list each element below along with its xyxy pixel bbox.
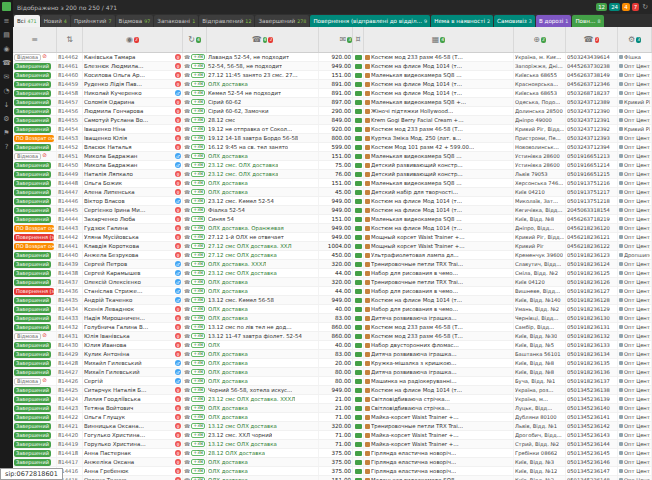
comment-column-header[interactable]: ☎42 (207, 27, 319, 52)
status-badge[interactable]: Завершений (14, 423, 51, 430)
status-badge[interactable]: Відмова (14, 153, 41, 160)
status-badge[interactable]: ПО Возврат ож. (14, 225, 54, 232)
call-back-button[interactable]: +ЗВ (191, 144, 205, 150)
status-badge[interactable]: Завершений (14, 126, 51, 133)
call-back-button[interactable]: +ЗВ (191, 423, 205, 429)
settings-icon[interactable]: ⚙ (3, 116, 9, 123)
table-row[interactable]: Відмова⊘814462Канівська Тамара♀☎+ЗВЛаван… (13, 53, 652, 62)
status-badge[interactable]: Завершений (14, 396, 51, 403)
table-row[interactable]: Завершений814433Надія Мирошничен…♀☎+ЗВОЛ… (13, 314, 652, 323)
tab-10[interactable]: Самовивіз3 (494, 15, 535, 27)
export-icon[interactable]: ↓ (4, 102, 10, 109)
status-badge[interactable]: Відмова (14, 378, 41, 385)
payment-column-header[interactable]: ¤ (353, 27, 364, 52)
call-back-button[interactable]: +ЗВ (191, 324, 205, 330)
tab-7[interactable]: Завершений278 (255, 15, 309, 27)
status-badge[interactable]: Завершений (14, 459, 51, 466)
call-back-button[interactable]: +ЗВ (191, 342, 205, 348)
call-back-button[interactable]: +ЗВ (191, 459, 205, 465)
status-badge[interactable]: Завершений (14, 252, 51, 259)
call-back-button[interactable]: +ЗВ (191, 279, 205, 285)
status-badge[interactable]: Завершений (14, 162, 51, 169)
call-back-button[interactable]: +ЗВ (191, 297, 205, 303)
call-back-button[interactable]: +ЗВ (191, 225, 205, 231)
table-row[interactable]: ПО Возврат ож.814453Іващенко Юлія♀☎+ЗВ19… (13, 134, 652, 143)
call-back-button[interactable]: +ЗВ (191, 198, 205, 204)
price-column-header[interactable]: ✉3 (319, 27, 353, 52)
counter-chip[interactable]: 12 (596, 3, 607, 11)
status-badge[interactable]: Завершений (14, 108, 51, 115)
product-column-header[interactable]: ▦4 (364, 27, 514, 52)
status-badge[interactable]: Повернення (з… (14, 288, 54, 295)
table-row[interactable]: Завершений814440Анжела Безрукова♀☎+ЗВ27.… (13, 251, 652, 260)
table-row[interactable]: Завершений814449Наталія Ляпкало♀☎+ЗВ23.1… (13, 170, 652, 179)
mail-icon[interactable]: ✉ (4, 74, 10, 81)
status-badge[interactable]: Завершений (14, 360, 51, 367)
table-row[interactable]: Завершений814438Сергей Карамышев♂☎+ЗВ23.… (13, 269, 652, 278)
call-back-button[interactable]: +ЗВ (191, 108, 205, 114)
call-back-button[interactable]: +ЗВ (191, 441, 205, 447)
call-back-button[interactable]: +ЗВ (191, 180, 205, 186)
call-back-button[interactable]: +ЗВ (191, 126, 205, 132)
status-badge[interactable]: Завершений (14, 279, 51, 286)
table-row[interactable]: Завершений814459Руденко Лідія Пав…♀☎+ЗВО… (13, 80, 652, 89)
call-back-button[interactable]: +ЗВ (191, 261, 205, 267)
table-row[interactable]: Завершений814421Винницька Оксана…♀☎+ЗВ13… (13, 422, 652, 431)
table-row[interactable]: Відмова⊘814451Микола Бадражан♂☎+ЗВОЛХ до… (13, 152, 652, 161)
orders-icon[interactable]: ▤ (3, 32, 10, 39)
call-back-button[interactable]: +ЗВ (191, 117, 205, 123)
status-badge[interactable]: Завершений (14, 189, 51, 196)
tab-2[interactable]: Новий4 (41, 15, 70, 27)
tab-5[interactable]: Запаковані1 (154, 15, 198, 27)
status-badge[interactable]: Завершений (14, 306, 51, 313)
call-back-button[interactable]: +ЗВ (191, 162, 205, 168)
call-back-button[interactable]: +ЗВ (191, 189, 205, 195)
status-badge[interactable]: Завершений (14, 450, 51, 457)
help-icon[interactable]: ? (5, 144, 9, 151)
table-row[interactable]: Завершений814455Самотуй Руслана Во…♀☎+ЗВ… (13, 116, 652, 125)
table-row[interactable]: Завершений814460Косилова Ольга Ар…♀☎+ЗВ2… (13, 71, 652, 80)
status-badge[interactable]: Завершений (14, 117, 51, 124)
call-back-button[interactable]: +ЗВ (191, 234, 205, 240)
calls-icon[interactable]: ☎ (2, 60, 11, 67)
table-row[interactable]: Завершений814415Оксана Ткачук♀☎+ЗВОЛХ до… (13, 476, 652, 480)
call-back-button[interactable]: +ЗВ (191, 306, 205, 312)
call-back-button[interactable]: +ЗВ (191, 333, 205, 339)
tab-4[interactable]: Відмова97 (116, 15, 154, 27)
status-badge[interactable]: Завершений (14, 72, 51, 79)
call-back-button[interactable]: +ЗВ (191, 288, 205, 294)
call-back-button[interactable]: +ЗВ (191, 468, 205, 474)
call-back-button[interactable]: +ЗВ (191, 432, 205, 438)
call-back-button[interactable]: +ЗВ (191, 252, 205, 258)
status-badge[interactable]: Завершений (14, 90, 51, 97)
status-badge[interactable]: Завершений (14, 144, 51, 151)
table-row[interactable]: Завершений814429Кулик Антоніна♀☎+ЗВОЛХ д… (13, 350, 652, 359)
status-badge[interactable]: Завершений (14, 180, 51, 187)
table-row[interactable]: Завершений814456Людмила Гончарова♀☎+ЗВСі… (13, 107, 652, 116)
refresh-icon[interactable]: ↻ (642, 3, 648, 11)
call-back-button[interactable]: +ЗВ (191, 171, 205, 177)
call-back-button[interactable]: +ЗВ (191, 243, 205, 249)
call-back-button[interactable]: +ЗВ (191, 450, 205, 456)
table-row[interactable]: Завершений814430Юлия Иванова♀☎+ЗВОЛХ40.0… (13, 341, 652, 350)
call-back-button[interactable]: +ЗВ (191, 54, 205, 60)
status-badge[interactable]: Завершений (14, 81, 51, 88)
sip-call-bar[interactable]: sip:0672818601 (0, 468, 63, 480)
call-back-button[interactable]: +ЗВ (191, 405, 205, 411)
region-column-header[interactable]: ⊕2 (514, 27, 566, 52)
table-row[interactable]: Завершений814428Михайл Гилевський♂☎+ЗВОЛ… (13, 359, 652, 368)
table-row[interactable]: Завершений814423Тетяна Войтович♀☎+ЗВОЛХ … (13, 404, 652, 413)
table-row[interactable]: Завершений814450Микола Бадражан♂☎+ЗВ23.1… (13, 161, 652, 170)
table-row[interactable]: Завершений814461Блезнюк Людмила…♀☎+ЗВ52-… (13, 62, 652, 71)
table-row[interactable]: Завершений814447Алена Липенська♀☎+ЗВОЛХ … (13, 188, 652, 197)
tab-3[interactable]: Прийнятий7 (71, 15, 115, 27)
status-badge[interactable]: Завершений (14, 351, 51, 358)
status-column-header[interactable]: ≡ (13, 27, 57, 52)
flag-icon[interactable]: ⚑ (3, 130, 9, 137)
table-row[interactable]: Завершений814432Голубнича Галина В…♀☎+ЗВ… (13, 323, 652, 332)
counter-chip[interactable]: 7 (632, 3, 640, 11)
call-back-button[interactable]: +ЗВ (191, 135, 205, 141)
tab-6[interactable]: Відправлений12 (199, 15, 254, 27)
call-back-button[interactable]: +ЗВ (191, 216, 205, 222)
table-row[interactable]: Завершений814434Ксенія Леваднюк♀☎+ЗВОЛХ … (13, 305, 652, 314)
